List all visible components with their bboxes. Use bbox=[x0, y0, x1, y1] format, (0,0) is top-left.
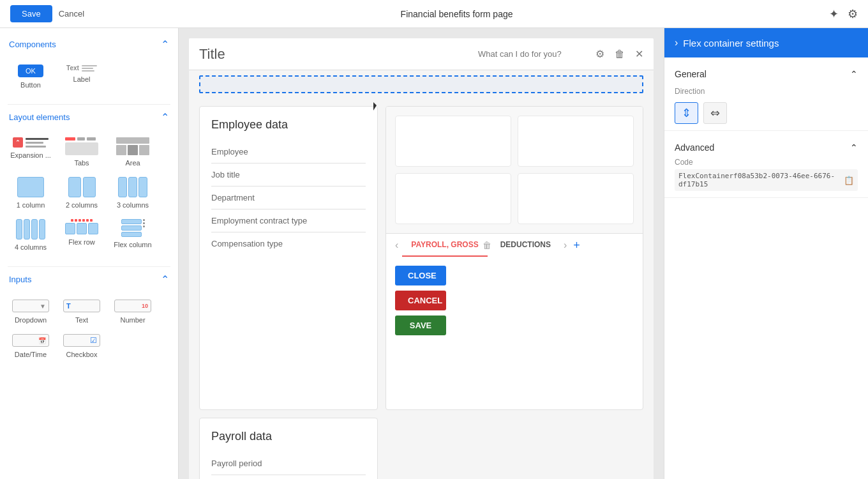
tab-add-icon[interactable]: + bbox=[573, 239, 580, 252]
sidebar-item-4col[interactable]: 4 columns bbox=[5, 214, 56, 256]
sidebar-item-2col[interactable]: 2 columns bbox=[56, 172, 107, 214]
field-workdays: Work days in period bbox=[211, 475, 366, 479]
expansion-icon: ⌃ bbox=[13, 137, 23, 148]
tab-next-icon[interactable]: › bbox=[560, 240, 571, 251]
sidebar-item-label[interactable]: Text Label bbox=[56, 59, 107, 94]
chart-tabs: ‹ PAYROLL, GROSS 🗑 DEDUCTIONS › + bbox=[386, 233, 643, 257]
cancel-button[interactable]: Cancel bbox=[59, 9, 84, 19]
copy-icon[interactable]: 📋 bbox=[844, 176, 854, 185]
settings-advanced-header[interactable]: Advanced ⌃ bbox=[675, 137, 858, 158]
tab-delete-icon[interactable]: 🗑 bbox=[483, 240, 491, 250]
field-payrollperiod: Payroll period bbox=[211, 452, 366, 475]
action-buttons: CLOSE CANCEL SAVE bbox=[386, 257, 643, 344]
save-button[interactable]: SAVE bbox=[395, 316, 446, 335]
close-icon[interactable]: ✕ bbox=[635, 48, 643, 60]
topbar-icons: ✦ ⚙ bbox=[829, 7, 858, 21]
layout-chevron-up-icon: ⌃ bbox=[161, 111, 169, 123]
field-contracttype-label: Employment contract type bbox=[211, 216, 307, 225]
tab-prev-icon[interactable]: ‹ bbox=[391, 240, 402, 251]
sidebar-item-flexrow[interactable]: Flex row bbox=[56, 214, 107, 256]
inputs-chevron-up-icon: ⌃ bbox=[161, 273, 169, 285]
3col-label: 3 columns bbox=[117, 201, 149, 209]
col3-item1 bbox=[118, 177, 127, 197]
area-block-m bbox=[128, 145, 138, 155]
flexrow-dots bbox=[71, 219, 93, 222]
exp-line-3 bbox=[26, 146, 46, 148]
field-jobtitle-label: Job title bbox=[211, 170, 240, 179]
area-block-top bbox=[116, 137, 149, 144]
gear-icon[interactable]: ⚙ bbox=[595, 48, 604, 60]
field-jobtitle: Job title bbox=[211, 163, 366, 186]
field-compensationtype-label: Compensation type bbox=[211, 239, 283, 248]
code-text: FlexContainerf08a53b2-0073-46ee-6676-df1… bbox=[678, 172, 841, 188]
tab-2 bbox=[87, 137, 96, 141]
number-label: Number bbox=[120, 316, 145, 324]
components-label: Components bbox=[9, 40, 56, 49]
tab-1 bbox=[77, 137, 85, 141]
trash-icon[interactable]: 🗑 bbox=[615, 49, 625, 60]
tab-payroll-gross[interactable]: PAYROLL, GROSS bbox=[402, 234, 487, 257]
label-text-preview: Text bbox=[66, 65, 79, 72]
sidebar-item-area[interactable]: Area bbox=[107, 132, 158, 172]
input-items: ▼ Dropdown T Text 10 Number bbox=[0, 289, 178, 371]
form-titlebar-right: ⚙ 🗑 ✕ bbox=[478, 48, 643, 60]
general-chevron-up-icon: ⌃ bbox=[850, 69, 858, 79]
line2 bbox=[82, 68, 93, 69]
sidebar-item-text[interactable]: T Text bbox=[56, 294, 107, 329]
label-lines-preview bbox=[82, 65, 97, 72]
topbar: Save Cancel Financial benefits form page… bbox=[0, 0, 868, 28]
col2-preview bbox=[68, 177, 96, 197]
inputs-section-header[interactable]: Inputs ⌃ bbox=[0, 270, 178, 289]
field-employee: Employee bbox=[211, 141, 366, 163]
direction-vertical-btn[interactable]: ⇔ bbox=[703, 102, 727, 124]
sidebar-item-number[interactable]: 10 Number bbox=[107, 294, 158, 329]
selection-box bbox=[199, 75, 643, 93]
vdot3 bbox=[143, 225, 145, 227]
col3-preview bbox=[118, 177, 147, 197]
col4-preview bbox=[16, 219, 45, 240]
close-button[interactable]: CLOSE bbox=[395, 266, 446, 285]
checkbox-preview: ☑ bbox=[63, 334, 100, 347]
sidebar-item-datetime[interactable]: 📅 Date/Time bbox=[5, 329, 56, 363]
cancel-button[interactable]: CANCEL bbox=[395, 291, 446, 310]
direction-horizontal-btn[interactable]: ⇕ bbox=[675, 102, 698, 124]
settings-general-header[interactable]: General ⌃ bbox=[675, 64, 858, 84]
layout-section-header[interactable]: Layout elements ⌃ bbox=[0, 107, 178, 127]
flexcol-b1 bbox=[121, 219, 142, 224]
tab-deductions[interactable]: DEDUCTIONS bbox=[491, 234, 560, 257]
sidebar-item-checkbox[interactable]: ☑ Checkbox bbox=[56, 329, 107, 363]
col4-item3 bbox=[31, 219, 38, 240]
exp-line-2 bbox=[26, 142, 43, 144]
components-items: OK Button Text Label bbox=[0, 54, 178, 102]
sidebar-item-1col[interactable]: 1 column bbox=[5, 172, 56, 214]
flexrow-b1 bbox=[65, 223, 75, 234]
sidebar-item-expansion[interactable]: ⌃ Expansion ... bbox=[5, 132, 56, 172]
sidebar-item-button[interactable]: OK Button bbox=[5, 59, 56, 94]
flexcol-label: Flex column bbox=[114, 241, 151, 248]
checkbox-check-icon: ☑ bbox=[90, 336, 97, 345]
code-value: FlexContainerf08a53b2-0073-46ee-6676-df1… bbox=[675, 169, 858, 191]
label-label: Label bbox=[73, 75, 91, 83]
col4-item1 bbox=[16, 219, 22, 240]
chart-1 bbox=[395, 116, 511, 167]
settings-back-icon: › bbox=[675, 37, 678, 49]
text-label: Text bbox=[75, 316, 88, 324]
canvas: Title ⚙ 🗑 ✕ Employee data Employee bbox=[179, 28, 664, 479]
dropdown-label: Dropdown bbox=[15, 316, 47, 324]
code-icon[interactable]: ✦ bbox=[829, 7, 839, 21]
right-panel: ‹ PAYROLL, GROSS 🗑 DEDUCTIONS › + CLO bbox=[385, 106, 643, 410]
col2-item2 bbox=[83, 177, 96, 197]
sidebar-item-tabs[interactable]: Tabs bbox=[56, 132, 107, 172]
sidebar-item-flexcol[interactable]: Flex column bbox=[107, 214, 158, 256]
dropdown-arrow-icon: ▼ bbox=[40, 303, 46, 310]
settings-icon[interactable]: ⚙ bbox=[848, 7, 858, 21]
form-search-input[interactable] bbox=[478, 49, 585, 59]
save-button[interactable]: Save bbox=[10, 5, 52, 22]
settings-general-section: General ⌃ Direction ⇕ ⇔ bbox=[664, 57, 868, 131]
components-section-header[interactable]: Components ⌃ bbox=[0, 34, 178, 54]
settings-header[interactable]: › Flex container settings bbox=[664, 28, 868, 57]
sidebar-item-3col[interactable]: 3 columns bbox=[107, 172, 158, 214]
advanced-label: Advanced bbox=[675, 142, 714, 153]
sidebar-item-dropdown[interactable]: ▼ Dropdown bbox=[5, 294, 56, 329]
settings-panel: › Flex container settings General ⌃ Dire… bbox=[664, 28, 868, 479]
